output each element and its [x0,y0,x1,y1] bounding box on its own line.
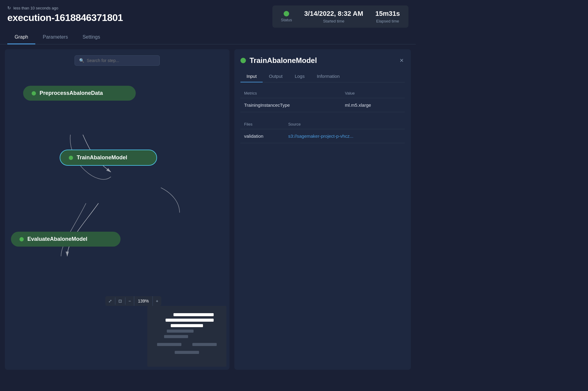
node-evaluate[interactable]: EvaluateAbaloneModel [11,232,121,247]
detail-panel-header: TrainAbaloneModel × [240,55,405,66]
header: ↻ less than 10 seconds ago execution-161… [0,0,416,31]
zoom-value: 139% [134,296,153,306]
elapsed-time-value: 15m31s [375,10,400,18]
table-row: validation s3://sagemaker-project-p-vhcz… [240,129,405,143]
status-value [284,11,289,16]
elapsed-time-label: Elapsed time [376,19,399,23]
value-cell: ml.m5.xlarge [341,98,405,112]
mini-map [147,306,226,367]
search-bar[interactable]: 🔍 [75,55,160,66]
graph-panel: 🔍 PreprocessAbaloneData [5,49,229,370]
inner-tabs: Input Output Logs Information [240,71,405,82]
inner-tab-information[interactable]: Information [311,71,346,82]
status-item: Status [281,11,292,22]
metrics-table: Metrics Value TrainingInstancecType ml.m… [240,88,405,112]
table-row: TrainingInstancecType ml.m5.xlarge [240,98,405,112]
node-label-evaluate: EvaluateAbaloneModel [27,236,87,242]
zoom-out-button[interactable]: − [125,296,134,306]
elapsed-time-item: 15m31s Elapsed time [375,10,400,23]
started-time-value: 3/14/2022, 8:32 AM [304,10,363,18]
metric-cell: TrainingInstancecType [240,98,341,112]
refresh-label: less than 10 seconds ago [13,6,58,10]
started-time-item: 3/14/2022, 8:32 AM Started time [304,10,363,23]
tab-settings[interactable]: Settings [75,31,107,44]
source-link[interactable]: s3://sagemaker-project-p-vhcz... [288,133,353,139]
main-content: 🔍 PreprocessAbaloneData [0,44,416,375]
node-label-preprocess: PreprocessAbaloneData [40,90,103,96]
header-left: ↻ less than 10 seconds ago execution-161… [7,5,123,23]
node-preprocess[interactable]: PreprocessAbaloneData [23,86,136,101]
node-status-dot-train [69,156,73,160]
zoom-in-button[interactable]: + [153,296,161,306]
header-status-bar: Status 3/14/2022, 8:32 AM Started time 1… [272,5,408,28]
source-cell[interactable]: s3://sagemaker-project-p-vhcz... [285,129,405,143]
node-train[interactable]: TrainAbaloneModel [60,150,157,166]
tab-graph[interactable]: Graph [7,31,35,44]
zoom-controls: ⤢ ⊡ − 139% + [105,296,161,306]
node-status-dot-preprocess [32,91,36,95]
detail-status-dot [240,58,246,63]
status-label: Status [281,18,292,22]
files-col-header: Files [240,119,285,129]
search-icon: 🔍 [79,58,84,63]
detail-panel-title: TrainAbaloneModel [240,56,317,65]
detail-title-text: TrainAbaloneModel [250,56,317,65]
value-col-header: Value [341,88,405,98]
source-col-header: Source [285,119,405,129]
metrics-col-header: Metrics [240,88,341,98]
node-status-dot-evaluate [19,237,24,241]
tab-parameters[interactable]: Parameters [35,31,75,44]
detail-panel: TrainAbaloneModel × Input Output Logs In… [234,49,411,370]
zoom-reset-button[interactable]: ⊡ [115,296,125,306]
execution-title: execution-1618846371801 [7,12,123,23]
search-input[interactable] [87,58,155,63]
started-time-label: Started time [323,19,344,23]
zoom-fit-button[interactable]: ⤢ [105,296,115,306]
file-cell: validation [240,129,285,143]
refresh-row: ↻ less than 10 seconds ago [7,5,123,10]
inner-tab-input[interactable]: Input [240,71,263,82]
inner-tab-output[interactable]: Output [263,71,289,82]
refresh-icon: ↻ [7,5,11,10]
files-table: Files Source validation s3://sagemaker-p… [240,119,405,143]
status-dot [284,11,289,16]
inner-tab-logs[interactable]: Logs [289,71,311,82]
main-tabs: Graph Parameters Settings [0,31,416,44]
section-divider [240,112,405,119]
node-label-train: TrainAbaloneModel [77,154,127,161]
close-panel-button[interactable]: × [398,55,405,66]
